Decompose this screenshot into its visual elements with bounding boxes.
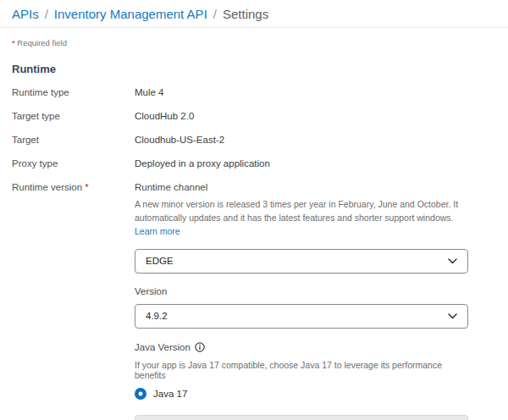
row-label: Target type [12,111,135,121]
breadcrumb-separator: / [213,7,217,21]
row-proxy-type: Proxy type Deployed in a proxy applicati… [0,152,508,175]
required-asterisk: * [85,182,88,192]
proxy-app-name-label-row: Proxy app name * [12,415,135,420]
runtime-version-label-text: Runtime version [12,182,82,192]
required-field-note: * Required field [12,38,496,47]
runtime-static-rows: Runtime type Mule 4 Target type CloudHub… [0,80,508,175]
row-value: Cloudhub-US-East-2 [135,135,224,145]
row-value: Deployed in a proxy application [135,158,270,169]
version-select[interactable]: 4.9.2 [135,304,468,329]
runtime-version-row: Runtime version * Runtime channel A new … [0,175,508,400]
required-asterisk: * [12,38,15,47]
breadcrumb: APIs / Inventory Management API / Settin… [0,0,508,28]
breadcrumb-current-settings: Settings [223,7,268,21]
runtime-version-label: Runtime version * [12,182,135,192]
row-runtime-type: Runtime type Mule 4 [0,80,508,104]
runtime-channel-label: Runtime channel [135,182,468,192]
section-title-runtime: Runtime [12,63,496,75]
runtime-channel-select[interactable]: EDGE [135,249,468,274]
version-selected-value: 4.9.2 [146,311,168,321]
breadcrumb-separator: / [45,7,48,21]
row-value: CloudHub 2.0 [135,111,194,121]
java17-radio-row: Java 17 [135,388,468,400]
row-label: Proxy type [12,158,135,169]
row-target-type: Target type CloudHub 2.0 [0,104,508,128]
runtime-channel-selected-value: EDGE [146,256,174,266]
row-target: Target Cloudhub-US-East-2 [0,128,508,152]
version-label: Version [135,286,468,296]
chevron-down-icon [448,258,457,264]
proxy-app-name-input[interactable] [135,415,468,420]
runtime-channel-description: A new minor version is released 3 times … [135,198,472,239]
row-value: Mule 4 [135,87,164,97]
chevron-down-icon [448,313,457,319]
java17-radio-selected[interactable] [135,388,146,400]
row-label: Runtime type [12,87,135,97]
row-label: Target [12,135,135,145]
java-version-label-row: Java Version [135,342,468,352]
breadcrumb-link-apis[interactable]: APIs [12,7,39,21]
proxy-app-name-row: Proxy app name * Use lowercase letters, … [0,400,508,420]
proxy-app-name-field-wrap: Use lowercase letters, numbers and "-". … [135,415,472,420]
breadcrumb-link-api-name[interactable]: Inventory Management API [54,7,207,21]
java-version-label: Java Version [135,342,190,352]
runtime-channel-description-text: A new minor version is released 3 times … [135,199,458,223]
info-icon[interactable] [195,342,205,352]
java-version-help: If your app is Java 17 compatible, choos… [135,360,468,380]
java17-radio-label: Java 17 [153,389,187,399]
learn-more-link[interactable]: Learn more [135,226,180,236]
runtime-version-content: Runtime channel A new minor version is r… [135,182,468,400]
required-note-text: Required field [17,38,67,47]
